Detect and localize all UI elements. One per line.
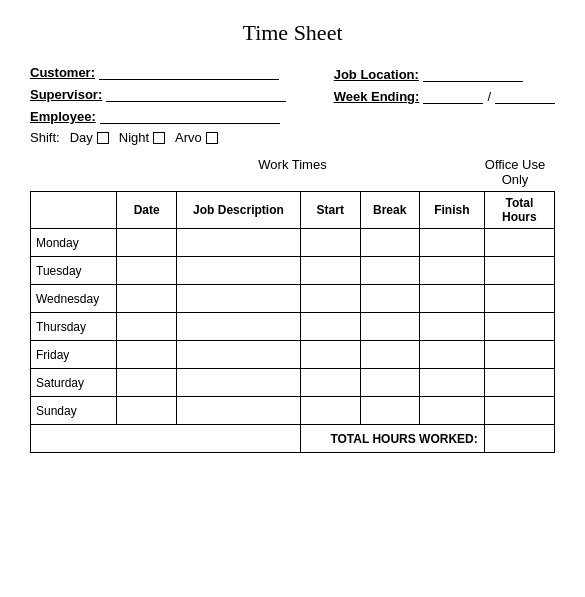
section-headers: Work Times Office Use Only bbox=[30, 155, 555, 189]
table-row: Friday bbox=[31, 341, 555, 369]
week-ending-field: Week Ending: / bbox=[334, 88, 555, 104]
data-cell[interactable] bbox=[176, 369, 300, 397]
data-cell[interactable] bbox=[301, 285, 360, 313]
job-location-label: Job Location: bbox=[334, 67, 419, 82]
data-cell[interactable] bbox=[301, 369, 360, 397]
data-cell[interactable] bbox=[301, 313, 360, 341]
header-description: Job Description bbox=[176, 192, 300, 229]
shift-day-label: Day bbox=[70, 130, 93, 145]
shift-night-option[interactable]: Night bbox=[119, 130, 165, 145]
data-cell[interactable] bbox=[419, 285, 484, 313]
table-row: Wednesday bbox=[31, 285, 555, 313]
table-header-row: Date Job Description Start Break Finish … bbox=[31, 192, 555, 229]
header-day bbox=[31, 192, 117, 229]
header-finish: Finish bbox=[419, 192, 484, 229]
shift-day-checkbox[interactable] bbox=[97, 132, 109, 144]
data-cell[interactable] bbox=[176, 397, 300, 425]
data-cell[interactable] bbox=[484, 341, 554, 369]
total-hours-label: TOTAL HOURS WORKED: bbox=[301, 425, 485, 453]
data-cell[interactable] bbox=[117, 397, 176, 425]
data-cell[interactable] bbox=[484, 229, 554, 257]
data-cell[interactable] bbox=[117, 369, 176, 397]
data-cell[interactable] bbox=[419, 369, 484, 397]
customer-field: Customer: bbox=[30, 64, 286, 80]
data-cell[interactable] bbox=[176, 229, 300, 257]
supervisor-input-line bbox=[106, 86, 286, 102]
day-label: Tuesday bbox=[31, 257, 117, 285]
supervisor-label: Supervisor: bbox=[30, 87, 102, 102]
supervisor-field: Supervisor: bbox=[30, 86, 286, 102]
data-cell[interactable] bbox=[176, 285, 300, 313]
data-cell[interactable] bbox=[301, 397, 360, 425]
day-label: Monday bbox=[31, 229, 117, 257]
data-cell[interactable] bbox=[360, 313, 419, 341]
office-use-label: Office Use Only bbox=[475, 157, 555, 187]
table-row: Tuesday bbox=[31, 257, 555, 285]
data-cell[interactable] bbox=[360, 369, 419, 397]
day-label: Friday bbox=[31, 341, 117, 369]
shift-day-option[interactable]: Day bbox=[70, 130, 109, 145]
page-title: Time Sheet bbox=[30, 20, 555, 46]
data-cell[interactable] bbox=[301, 341, 360, 369]
day-label: Saturday bbox=[31, 369, 117, 397]
shift-label: Shift: bbox=[30, 130, 60, 145]
data-cell[interactable] bbox=[360, 257, 419, 285]
table-row: Saturday bbox=[31, 369, 555, 397]
data-cell[interactable] bbox=[484, 285, 554, 313]
data-cell[interactable] bbox=[484, 257, 554, 285]
data-cell[interactable] bbox=[117, 285, 176, 313]
data-cell[interactable] bbox=[176, 313, 300, 341]
data-cell[interactable] bbox=[419, 313, 484, 341]
data-cell[interactable] bbox=[301, 229, 360, 257]
table-row: Sunday bbox=[31, 397, 555, 425]
job-location-input-line bbox=[423, 66, 523, 82]
data-cell[interactable] bbox=[117, 313, 176, 341]
data-cell[interactable] bbox=[419, 229, 484, 257]
week-ending-label: Week Ending: bbox=[334, 89, 420, 104]
total-hours-row: TOTAL HOURS WORKED: bbox=[31, 425, 555, 453]
data-cell[interactable] bbox=[360, 341, 419, 369]
data-cell[interactable] bbox=[117, 229, 176, 257]
shift-arvo-option[interactable]: Arvo bbox=[175, 130, 218, 145]
shift-arvo-checkbox[interactable] bbox=[206, 132, 218, 144]
header-date: Date bbox=[117, 192, 176, 229]
data-cell[interactable] bbox=[419, 341, 484, 369]
date-slash: / bbox=[487, 89, 491, 104]
shift-arvo-label: Arvo bbox=[175, 130, 202, 145]
data-cell[interactable] bbox=[117, 257, 176, 285]
job-location-field: Job Location: bbox=[334, 66, 555, 82]
day-label: Wednesday bbox=[31, 285, 117, 313]
shift-row: Shift: Day Night Arvo bbox=[30, 130, 555, 145]
header-total-hours: TotalHours bbox=[484, 192, 554, 229]
data-cell[interactable] bbox=[484, 313, 554, 341]
data-cell[interactable] bbox=[484, 397, 554, 425]
data-cell[interactable] bbox=[360, 285, 419, 313]
table-row: Thursday bbox=[31, 313, 555, 341]
shift-night-checkbox[interactable] bbox=[153, 132, 165, 144]
day-label: Thursday bbox=[31, 313, 117, 341]
employee-field: Employee: bbox=[30, 108, 286, 124]
header-break: Break bbox=[360, 192, 419, 229]
data-cell[interactable] bbox=[419, 257, 484, 285]
data-cell[interactable] bbox=[117, 341, 176, 369]
table-row: Monday bbox=[31, 229, 555, 257]
customer-input-line bbox=[99, 64, 279, 80]
week-ending-date2-line bbox=[495, 88, 555, 104]
header-start: Start bbox=[301, 192, 360, 229]
week-ending-date1-line bbox=[423, 88, 483, 104]
shift-night-label: Night bbox=[119, 130, 149, 145]
employee-input-line bbox=[100, 108, 280, 124]
data-cell[interactable] bbox=[360, 229, 419, 257]
data-cell[interactable] bbox=[176, 341, 300, 369]
work-times-label: Work Times bbox=[30, 157, 475, 187]
data-cell[interactable] bbox=[301, 257, 360, 285]
customer-label: Customer: bbox=[30, 65, 95, 80]
day-label: Sunday bbox=[31, 397, 117, 425]
total-hours-value[interactable] bbox=[484, 425, 554, 453]
timesheet-table: Date Job Description Start Break Finish … bbox=[30, 191, 555, 453]
data-cell[interactable] bbox=[176, 257, 300, 285]
data-cell[interactable] bbox=[484, 369, 554, 397]
employee-label: Employee: bbox=[30, 109, 96, 124]
data-cell[interactable] bbox=[419, 397, 484, 425]
data-cell[interactable] bbox=[360, 397, 419, 425]
